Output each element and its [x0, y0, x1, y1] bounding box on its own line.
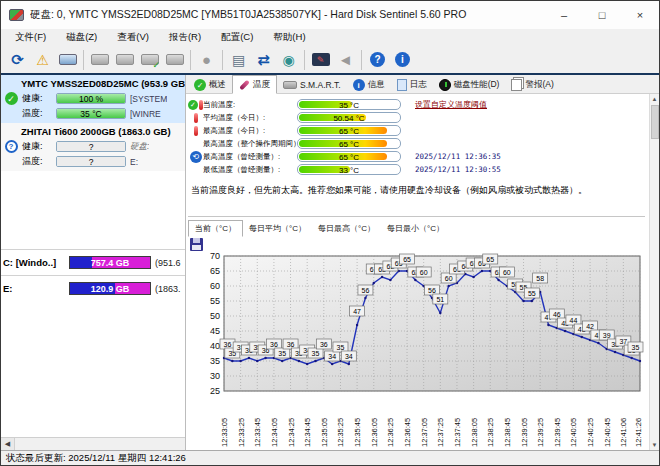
- menu-item-1[interactable]: 磁盘(Z): [56, 30, 107, 45]
- tab-温度[interactable]: 温度: [232, 75, 277, 94]
- temp-row-2: 最高温度（今日）:65 °C: [188, 124, 659, 137]
- comment-icon[interactable]: ●: [194, 49, 219, 71]
- svg-text:12:37:05: 12:37:05: [420, 417, 429, 446]
- thermometer-red-icon: [194, 113, 198, 123]
- svg-text:12:33:05: 12:33:05: [220, 417, 229, 446]
- set-custom-threshold-link[interactable]: 设置自定义温度阈值: [415, 99, 487, 110]
- chart-tab-3[interactable]: 每日最小（°C）: [381, 221, 450, 236]
- scroll-down-icon[interactable]: ▼: [652, 440, 658, 450]
- chart-tab-0[interactable]: 当前（°C）: [188, 220, 243, 237]
- minimize-button[interactable]: –: [545, 1, 583, 29]
- svg-text:60: 60: [503, 268, 511, 275]
- tab-磁盘性能(D)[interactable]: 磁盘性能(D): [433, 77, 506, 93]
- disk-check-icon[interactable]: ✓: [137, 49, 162, 71]
- svg-text:37: 37: [619, 337, 627, 344]
- partition-row-0[interactable]: C: [Windo..]757.4 GB(951.6: [1, 249, 185, 275]
- undo-icon[interactable]: ⟲: [190, 151, 202, 163]
- refresh-icon[interactable]: ⟳: [5, 49, 30, 71]
- app-logo-icon: [9, 9, 24, 21]
- temp-row-5: 最低温度（曾经测量）:33 °C2025/12/11 12:30:55: [188, 163, 659, 176]
- check-overlay-icon: ✓: [152, 60, 160, 70]
- partition-label: 硬盘:: [130, 141, 149, 153]
- disk-glyph: [166, 54, 184, 65]
- svg-text:35: 35: [632, 343, 640, 350]
- tab-S.M.A.R.T.[interactable]: S.M.A.R.T.: [277, 77, 347, 93]
- menu-item-2[interactable]: 查看(V): [107, 30, 159, 45]
- temp-bar: 33 °C: [297, 164, 401, 175]
- content-panel: ✓概述温度S.M.A.R.T.i信息日志磁盘性能(D)警报(A) ✓当前温度:3…: [186, 75, 659, 450]
- disk-entry-0[interactable]: YMTC YMSS2ED08D25MC (953.9 GB✓健康:100 %[S…: [1, 75, 185, 123]
- temp-row-3: 最高温度（整个操作周期间）:65 °C: [188, 137, 659, 150]
- disk-row-label: 健康:: [22, 140, 52, 153]
- menu-item-5[interactable]: 帮助(H): [263, 30, 315, 45]
- status-col: ✓: [4, 92, 18, 105]
- tab-日志[interactable]: 日志: [391, 77, 433, 93]
- log-icon: [397, 79, 407, 91]
- info-icon[interactable]: i: [390, 49, 415, 71]
- svg-text:60: 60: [445, 274, 453, 281]
- partition-row-1[interactable]: E:120.9 GB(1863.: [1, 275, 185, 301]
- disk-scan-icon[interactable]: [162, 49, 187, 71]
- sound-icon[interactable]: ◄: [333, 49, 358, 71]
- disk-row: ✓健康:100 %[SYSTEM: [1, 91, 185, 106]
- help-icon[interactable]: ?: [365, 49, 390, 71]
- tab-label: 信息: [368, 79, 385, 91]
- tab-label: 日志: [410, 79, 427, 91]
- disk-row: 温度:?E:: [1, 154, 185, 169]
- temp-row-1: 平均温度（今日）:50.54 °C: [188, 111, 659, 124]
- svg-text:12:37:25: 12:37:25: [436, 417, 445, 446]
- chart-tab-1[interactable]: 每日平均（°C）: [243, 221, 312, 236]
- disk-glyph: [91, 54, 109, 65]
- svg-text:12:33:25: 12:33:25: [237, 417, 246, 446]
- menu-item-3[interactable]: 报告(R): [159, 30, 211, 45]
- temp-label: 最高温度（今日）:: [203, 126, 297, 136]
- svg-text:55: 55: [210, 296, 220, 306]
- tab-警报(A)[interactable]: 警报(A): [505, 77, 559, 93]
- disk-schedule-icon[interactable]: [112, 49, 137, 71]
- sidebar-horizontal-scrollbar[interactable]: ◀: [1, 437, 185, 450]
- svg-text:46: 46: [553, 310, 561, 317]
- tab-label: S.M.A.R.T.: [300, 80, 341, 90]
- svg-text:34: 34: [345, 352, 353, 359]
- maximize-button[interactable]: □: [583, 1, 621, 29]
- close-button[interactable]: ×: [621, 1, 659, 29]
- network-icon[interactable]: ◉: [276, 49, 301, 71]
- temp-bar: 50.54 °C: [297, 112, 401, 123]
- help-icon-glyph: ?: [370, 52, 385, 67]
- chart-tab-2[interactable]: 每日最高（°C）: [312, 221, 381, 236]
- sidebar-empty-space: [1, 171, 185, 249]
- tab-概述[interactable]: ✓概述: [188, 77, 232, 93]
- svg-text:35: 35: [312, 349, 320, 356]
- menu-item-4[interactable]: 配置(C): [211, 30, 263, 45]
- remote-monitor-icon-glyph: ✎: [312, 53, 330, 66]
- scroll-left-icon[interactable]: ◀: [1, 438, 15, 450]
- information-icon: i: [353, 79, 365, 91]
- svg-text:12:36:25: 12:36:25: [386, 417, 395, 446]
- disk-entry-1[interactable]: ZHITAI Ti600 2000GB (1863.0 GB)?健康:?硬盘:温…: [1, 123, 185, 171]
- toolbar-separator: [304, 50, 305, 70]
- toolbar-separator: [190, 50, 191, 70]
- report-icon[interactable]: ▤: [226, 49, 251, 71]
- check-icon: ✓: [188, 100, 198, 110]
- sync-icon[interactable]: ⇄: [251, 49, 276, 71]
- tab-信息[interactable]: i信息: [347, 77, 391, 93]
- menu-item-0[interactable]: 文件(F): [5, 30, 56, 45]
- scroll-up-icon[interactable]: ▲: [652, 94, 658, 104]
- vertical-scrollbar[interactable]: ▲ ▼: [649, 94, 659, 450]
- problem-warning-icon[interactable]: ⚠: [30, 49, 55, 71]
- svg-text:36: 36: [287, 340, 295, 347]
- caption-buttons: – □ ×: [545, 1, 659, 29]
- remote-monitor-icon[interactable]: ✎: [308, 49, 333, 71]
- disk-surface-test-icon[interactable]: [87, 49, 112, 71]
- svg-text:12:39:45: 12:39:45: [553, 417, 562, 446]
- smart-disk-icon: [283, 81, 297, 89]
- temperature-chart-container: 2530354045505560657012:33:0512:33:2512:3…: [186, 252, 659, 451]
- disk-row-label: 温度:: [22, 107, 52, 120]
- scrollbar-thumb[interactable]: [651, 105, 659, 139]
- save-chart-icon[interactable]: [190, 238, 203, 251]
- partition-name: E:: [3, 283, 65, 294]
- disk-detect-icon[interactable]: [55, 49, 80, 71]
- temp-row-icon-col: ✓: [188, 100, 203, 110]
- info-icon-glyph: i: [395, 52, 410, 67]
- report-icon-glyph: ▤: [232, 52, 245, 68]
